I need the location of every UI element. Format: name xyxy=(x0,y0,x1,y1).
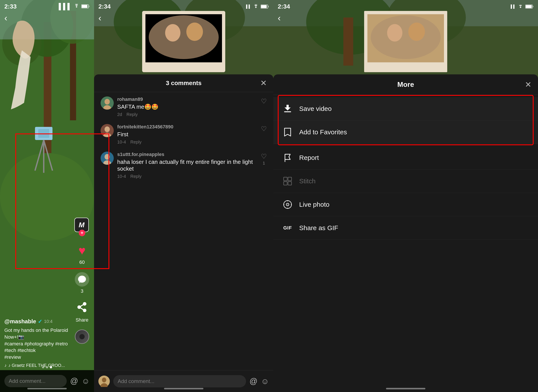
comment-placeholder: Add comment... xyxy=(9,378,46,384)
commenter-username-2[interactable]: fortnitekitten1234567890 xyxy=(117,124,257,130)
close-more-button[interactable]: ✕ xyxy=(525,80,531,89)
wifi-icon-3 xyxy=(517,4,524,9)
live-photo-label: Live photo xyxy=(299,201,329,208)
comment-input[interactable]: Add comment... xyxy=(4,375,67,387)
creator-avatar[interactable]: M + xyxy=(74,218,90,236)
comment-date-2: 10-4 xyxy=(117,140,126,145)
comment-avatar-1[interactable] xyxy=(101,97,114,110)
music-info[interactable]: ♪ ♪ Graetz FEEL THE GROO... xyxy=(4,363,72,368)
comments-title: 3 comments xyxy=(166,80,201,87)
share-label: Share xyxy=(76,317,88,323)
comment-count: 3 xyxy=(81,288,83,294)
svg-point-24 xyxy=(149,15,219,59)
svg-rect-14 xyxy=(82,5,88,8)
emoji-icon-2[interactable]: ☺ xyxy=(261,377,269,386)
signal-icon: ▌▌▌ xyxy=(59,3,72,10)
comment-meta-3: 10-4 Reply xyxy=(117,174,257,179)
status-icons: ▌▌▌ xyxy=(59,3,90,10)
reply-button-3[interactable]: Reply xyxy=(130,174,142,179)
svg-rect-59 xyxy=(284,182,287,185)
save-video-item[interactable]: Save video xyxy=(273,97,538,121)
stitch-label: Stitch xyxy=(299,177,315,185)
commenter-username-3[interactable]: s1uttt.for.pineapples xyxy=(117,152,257,157)
share-as-gif-item[interactable]: GIF Share as GIF xyxy=(273,216,538,240)
more-menu-panel: 2:34 ▌▌ ‹ More ✕ xyxy=(273,0,538,392)
add-to-favorites-item[interactable]: Add to Favorites xyxy=(273,121,538,144)
follow-button[interactable]: + xyxy=(79,230,85,236)
wifi-icon xyxy=(74,3,80,10)
svg-point-51 xyxy=(387,24,402,42)
svg-rect-30 xyxy=(268,6,269,7)
svg-point-26 xyxy=(186,23,203,41)
back-button-3[interactable]: ‹ xyxy=(278,13,281,23)
comments-list: rohaman89 SAFTA me🤩🤩 2d Reply ♡ fortnite… xyxy=(94,92,273,190)
status-bar-3: 2:34 ▌▌ xyxy=(273,0,538,13)
svg-point-25 xyxy=(165,24,181,42)
svg-rect-15 xyxy=(88,6,89,7)
comment-like-1[interactable]: ♡ xyxy=(261,97,267,105)
home-indicator-2 xyxy=(164,388,203,389)
home-indicator-3 xyxy=(386,388,425,389)
back-button-2[interactable]: ‹ xyxy=(98,13,101,23)
more-header: More ✕ xyxy=(273,74,538,95)
comment-meta-2: 10-4 Reply xyxy=(117,140,257,145)
share-icon xyxy=(77,302,87,315)
pagination-dots xyxy=(42,366,52,368)
creator-username[interactable]: @mashable ✓ 10:4 xyxy=(4,318,72,325)
share-button[interactable]: Share xyxy=(74,301,90,323)
time-display: 2:33 xyxy=(4,3,17,10)
comment-text-2: First xyxy=(117,131,257,138)
svg-rect-57 xyxy=(284,177,287,181)
music-note-icon: ♪ xyxy=(4,363,7,368)
status-bar-2: 2:34 ▌▌ xyxy=(94,0,273,13)
back-button[interactable]: ‹ xyxy=(4,13,7,23)
reply-button-2[interactable]: Reply xyxy=(130,140,142,145)
stitch-item[interactable]: Stitch xyxy=(273,169,538,193)
svg-point-41 xyxy=(102,378,106,382)
battery-icon xyxy=(81,3,90,10)
svg-rect-56 xyxy=(284,111,291,112)
comment-like-2[interactable]: ♡ xyxy=(261,124,267,133)
more-menu-items: Save video Add to Favorites xyxy=(273,95,538,146)
time-3: 2:34 xyxy=(278,3,290,10)
svg-rect-9 xyxy=(38,129,49,138)
comment-text-3: haha loser I can actually fit my entire … xyxy=(117,159,257,172)
svg-rect-58 xyxy=(288,177,292,181)
svg-point-32 xyxy=(105,99,110,105)
svg-rect-54 xyxy=(526,5,532,8)
comments-panel: 2:34 ▌▌ ‹ 3 comments ✕ rohaman89 SA xyxy=(94,0,273,392)
battery-icon-2 xyxy=(261,4,269,9)
video-preview-image xyxy=(142,11,225,72)
gif-icon: GIF xyxy=(282,223,293,233)
at-icon-2[interactable]: @ xyxy=(250,377,258,386)
commenter-username-1[interactable]: rohaman89 xyxy=(117,97,257,102)
reply-button-1[interactable]: Reply xyxy=(126,112,138,117)
svg-rect-29 xyxy=(261,5,267,8)
svg-rect-60 xyxy=(288,182,292,185)
battery-icon-3 xyxy=(525,4,534,9)
like-button[interactable]: ♥ 60 xyxy=(74,243,90,265)
emoji-icon[interactable]: ☺ xyxy=(82,377,90,386)
duration: 10:4 xyxy=(44,319,52,324)
svg-point-38 xyxy=(105,154,110,160)
aperture-icon xyxy=(282,199,293,210)
video-feed-panel: 2:33 ▌▌▌ ‹ M + ♥ 60 xyxy=(0,0,94,392)
comment-avatar-2[interactable] xyxy=(101,124,114,137)
comment-button[interactable]: 3 xyxy=(74,272,90,294)
live-photo-item[interactable]: Live photo xyxy=(273,193,538,216)
at-icon[interactable]: @ xyxy=(70,377,78,386)
comment-avatar-3[interactable] xyxy=(101,152,114,165)
creator-logo-letter: M xyxy=(79,221,85,229)
comment-text-1: SAFTA me🤩🤩 xyxy=(117,103,257,110)
home-indicator xyxy=(27,388,67,389)
comment-input-2[interactable]: Add comment... xyxy=(113,375,246,387)
comment-content-2: fortnitekitten1234567890 First 10-4 Repl… xyxy=(117,124,257,145)
video-info: @mashable ✓ 10:4 Got my hands on the Pol… xyxy=(4,318,72,368)
report-item[interactable]: Report xyxy=(273,146,538,169)
flag-icon xyxy=(282,152,293,163)
comment-like-3[interactable]: ♡ 1 xyxy=(261,152,267,166)
close-comments-button[interactable]: ✕ xyxy=(260,79,267,88)
music-button[interactable] xyxy=(75,329,89,344)
comment-meta-1: 2d Reply xyxy=(117,112,257,117)
video-preview: 2:34 ▌▌ ‹ xyxy=(94,0,273,83)
